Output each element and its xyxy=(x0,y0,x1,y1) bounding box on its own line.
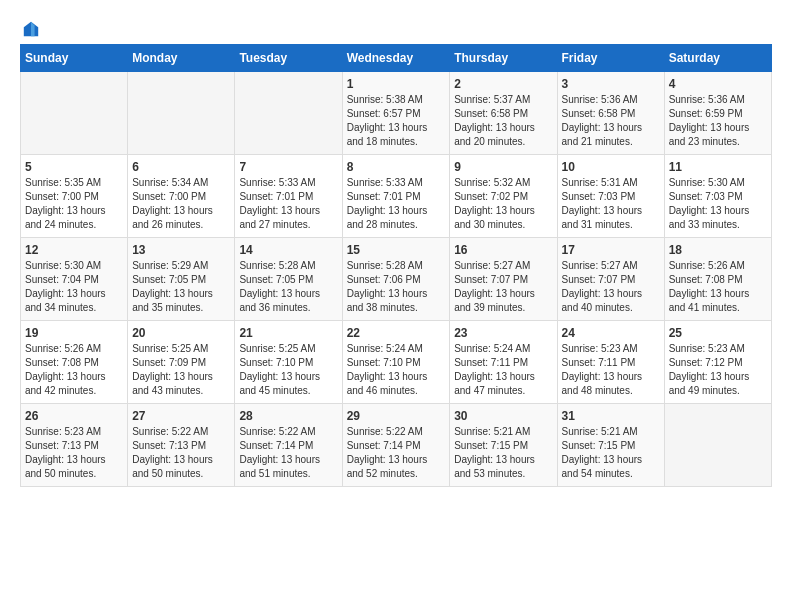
day-number: 8 xyxy=(347,160,446,174)
day-number: 31 xyxy=(562,409,660,423)
day-number: 14 xyxy=(239,243,337,257)
calendar-cell xyxy=(21,72,128,155)
calendar-cell: 2Sunrise: 5:37 AM Sunset: 6:58 PM Daylig… xyxy=(450,72,557,155)
calendar-cell: 30Sunrise: 5:21 AM Sunset: 7:15 PM Dayli… xyxy=(450,404,557,487)
weekday-header: Sunday xyxy=(21,45,128,72)
day-info: Sunrise: 5:34 AM Sunset: 7:00 PM Dayligh… xyxy=(132,176,230,232)
day-info: Sunrise: 5:24 AM Sunset: 7:11 PM Dayligh… xyxy=(454,342,552,398)
calendar-cell: 19Sunrise: 5:26 AM Sunset: 7:08 PM Dayli… xyxy=(21,321,128,404)
day-number: 12 xyxy=(25,243,123,257)
weekday-header: Wednesday xyxy=(342,45,450,72)
day-number: 6 xyxy=(132,160,230,174)
day-info: Sunrise: 5:22 AM Sunset: 7:14 PM Dayligh… xyxy=(347,425,446,481)
calendar-cell: 22Sunrise: 5:24 AM Sunset: 7:10 PM Dayli… xyxy=(342,321,450,404)
weekday-header: Tuesday xyxy=(235,45,342,72)
calendar-cell: 17Sunrise: 5:27 AM Sunset: 7:07 PM Dayli… xyxy=(557,238,664,321)
logo-icon xyxy=(22,20,40,38)
calendar-cell: 23Sunrise: 5:24 AM Sunset: 7:11 PM Dayli… xyxy=(450,321,557,404)
calendar-header: SundayMondayTuesdayWednesdayThursdayFrid… xyxy=(21,45,772,72)
day-info: Sunrise: 5:31 AM Sunset: 7:03 PM Dayligh… xyxy=(562,176,660,232)
calendar-cell: 5Sunrise: 5:35 AM Sunset: 7:00 PM Daylig… xyxy=(21,155,128,238)
weekday-header: Friday xyxy=(557,45,664,72)
day-info: Sunrise: 5:23 AM Sunset: 7:11 PM Dayligh… xyxy=(562,342,660,398)
calendar-cell: 18Sunrise: 5:26 AM Sunset: 7:08 PM Dayli… xyxy=(664,238,771,321)
day-number: 22 xyxy=(347,326,446,340)
calendar-cell: 1Sunrise: 5:38 AM Sunset: 6:57 PM Daylig… xyxy=(342,72,450,155)
calendar-cell: 24Sunrise: 5:23 AM Sunset: 7:11 PM Dayli… xyxy=(557,321,664,404)
calendar-cell: 13Sunrise: 5:29 AM Sunset: 7:05 PM Dayli… xyxy=(128,238,235,321)
calendar-cell: 3Sunrise: 5:36 AM Sunset: 6:58 PM Daylig… xyxy=(557,72,664,155)
calendar-week-row: 12Sunrise: 5:30 AM Sunset: 7:04 PM Dayli… xyxy=(21,238,772,321)
day-info: Sunrise: 5:29 AM Sunset: 7:05 PM Dayligh… xyxy=(132,259,230,315)
day-info: Sunrise: 5:22 AM Sunset: 7:13 PM Dayligh… xyxy=(132,425,230,481)
day-number: 27 xyxy=(132,409,230,423)
day-info: Sunrise: 5:26 AM Sunset: 7:08 PM Dayligh… xyxy=(669,259,767,315)
day-number: 18 xyxy=(669,243,767,257)
calendar-cell: 4Sunrise: 5:36 AM Sunset: 6:59 PM Daylig… xyxy=(664,72,771,155)
day-info: Sunrise: 5:22 AM Sunset: 7:14 PM Dayligh… xyxy=(239,425,337,481)
day-info: Sunrise: 5:35 AM Sunset: 7:00 PM Dayligh… xyxy=(25,176,123,232)
day-number: 26 xyxy=(25,409,123,423)
weekday-header: Saturday xyxy=(664,45,771,72)
day-info: Sunrise: 5:36 AM Sunset: 6:58 PM Dayligh… xyxy=(562,93,660,149)
day-number: 3 xyxy=(562,77,660,91)
calendar-cell: 10Sunrise: 5:31 AM Sunset: 7:03 PM Dayli… xyxy=(557,155,664,238)
weekday-header: Monday xyxy=(128,45,235,72)
day-info: Sunrise: 5:37 AM Sunset: 6:58 PM Dayligh… xyxy=(454,93,552,149)
day-info: Sunrise: 5:30 AM Sunset: 7:03 PM Dayligh… xyxy=(669,176,767,232)
day-info: Sunrise: 5:23 AM Sunset: 7:12 PM Dayligh… xyxy=(669,342,767,398)
day-info: Sunrise: 5:33 AM Sunset: 7:01 PM Dayligh… xyxy=(239,176,337,232)
calendar-cell: 26Sunrise: 5:23 AM Sunset: 7:13 PM Dayli… xyxy=(21,404,128,487)
day-number: 19 xyxy=(25,326,123,340)
calendar-cell: 31Sunrise: 5:21 AM Sunset: 7:15 PM Dayli… xyxy=(557,404,664,487)
calendar-cell: 7Sunrise: 5:33 AM Sunset: 7:01 PM Daylig… xyxy=(235,155,342,238)
calendar-cell: 9Sunrise: 5:32 AM Sunset: 7:02 PM Daylig… xyxy=(450,155,557,238)
day-info: Sunrise: 5:21 AM Sunset: 7:15 PM Dayligh… xyxy=(454,425,552,481)
day-number: 16 xyxy=(454,243,552,257)
day-number: 7 xyxy=(239,160,337,174)
calendar-cell xyxy=(664,404,771,487)
day-number: 24 xyxy=(562,326,660,340)
day-number: 30 xyxy=(454,409,552,423)
day-number: 5 xyxy=(25,160,123,174)
calendar-cell: 21Sunrise: 5:25 AM Sunset: 7:10 PM Dayli… xyxy=(235,321,342,404)
day-number: 13 xyxy=(132,243,230,257)
day-number: 10 xyxy=(562,160,660,174)
day-info: Sunrise: 5:27 AM Sunset: 7:07 PM Dayligh… xyxy=(454,259,552,315)
day-info: Sunrise: 5:28 AM Sunset: 7:05 PM Dayligh… xyxy=(239,259,337,315)
day-info: Sunrise: 5:24 AM Sunset: 7:10 PM Dayligh… xyxy=(347,342,446,398)
day-info: Sunrise: 5:25 AM Sunset: 7:10 PM Dayligh… xyxy=(239,342,337,398)
calendar-cell: 27Sunrise: 5:22 AM Sunset: 7:13 PM Dayli… xyxy=(128,404,235,487)
calendar-cell: 15Sunrise: 5:28 AM Sunset: 7:06 PM Dayli… xyxy=(342,238,450,321)
day-number: 17 xyxy=(562,243,660,257)
day-info: Sunrise: 5:28 AM Sunset: 7:06 PM Dayligh… xyxy=(347,259,446,315)
calendar-cell: 28Sunrise: 5:22 AM Sunset: 7:14 PM Dayli… xyxy=(235,404,342,487)
calendar-week-row: 19Sunrise: 5:26 AM Sunset: 7:08 PM Dayli… xyxy=(21,321,772,404)
day-number: 15 xyxy=(347,243,446,257)
day-info: Sunrise: 5:26 AM Sunset: 7:08 PM Dayligh… xyxy=(25,342,123,398)
day-number: 4 xyxy=(669,77,767,91)
day-number: 2 xyxy=(454,77,552,91)
calendar-cell: 14Sunrise: 5:28 AM Sunset: 7:05 PM Dayli… xyxy=(235,238,342,321)
day-info: Sunrise: 5:36 AM Sunset: 6:59 PM Dayligh… xyxy=(669,93,767,149)
calendar-cell: 25Sunrise: 5:23 AM Sunset: 7:12 PM Dayli… xyxy=(664,321,771,404)
calendar-cell: 16Sunrise: 5:27 AM Sunset: 7:07 PM Dayli… xyxy=(450,238,557,321)
day-info: Sunrise: 5:25 AM Sunset: 7:09 PM Dayligh… xyxy=(132,342,230,398)
calendar-table: SundayMondayTuesdayWednesdayThursdayFrid… xyxy=(20,44,772,487)
page-header xyxy=(20,20,772,34)
day-number: 9 xyxy=(454,160,552,174)
calendar-cell: 6Sunrise: 5:34 AM Sunset: 7:00 PM Daylig… xyxy=(128,155,235,238)
calendar-cell: 11Sunrise: 5:30 AM Sunset: 7:03 PM Dayli… xyxy=(664,155,771,238)
day-number: 21 xyxy=(239,326,337,340)
day-info: Sunrise: 5:27 AM Sunset: 7:07 PM Dayligh… xyxy=(562,259,660,315)
day-number: 23 xyxy=(454,326,552,340)
day-info: Sunrise: 5:33 AM Sunset: 7:01 PM Dayligh… xyxy=(347,176,446,232)
day-number: 11 xyxy=(669,160,767,174)
day-info: Sunrise: 5:32 AM Sunset: 7:02 PM Dayligh… xyxy=(454,176,552,232)
calendar-cell: 12Sunrise: 5:30 AM Sunset: 7:04 PM Dayli… xyxy=(21,238,128,321)
day-info: Sunrise: 5:30 AM Sunset: 7:04 PM Dayligh… xyxy=(25,259,123,315)
calendar-week-row: 5Sunrise: 5:35 AM Sunset: 7:00 PM Daylig… xyxy=(21,155,772,238)
calendar-week-row: 1Sunrise: 5:38 AM Sunset: 6:57 PM Daylig… xyxy=(21,72,772,155)
day-number: 25 xyxy=(669,326,767,340)
logo xyxy=(20,20,40,34)
